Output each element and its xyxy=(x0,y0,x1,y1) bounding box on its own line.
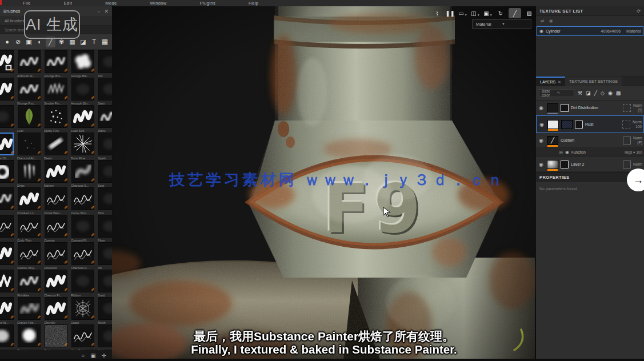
brush-item[interactable]: ✎Vine Curl xyxy=(70,324,97,351)
brush-thumbnail[interactable] xyxy=(98,133,112,155)
brush-item[interactable]: ✎Diamond Ab... xyxy=(16,132,43,159)
brush-item[interactable]: ✎Curve xyxy=(0,187,16,214)
blend-thumb[interactable] xyxy=(623,161,631,169)
add-icon[interactable]: ✛ xyxy=(102,352,106,359)
brush-item[interactable]: ✎Ribbon xyxy=(70,269,97,296)
layer-visibility-icon[interactable]: ◉ xyxy=(538,162,545,167)
brush-item[interactable]: ✎Grunge Brs... xyxy=(43,50,70,77)
brush-thumbnail[interactable] xyxy=(98,50,112,73)
effects-icon[interactable]: ⚒ xyxy=(578,90,582,96)
brush-item[interactable]: ✎Dust xyxy=(0,105,16,132)
channel-filter-dropdown[interactable]: Base color ↰ xyxy=(539,89,574,97)
brush-item[interactable]: ✎Fiber xyxy=(97,214,112,242)
brush-thumbnail[interactable] xyxy=(98,78,112,101)
render-mode-icon[interactable]: ▣▼ xyxy=(483,9,493,18)
effect-blend-opacity[interactable]: Repl ▾ 100 xyxy=(625,150,642,155)
brush-item[interactable]: ✎Airbrush Al... xyxy=(16,50,43,77)
brush-item[interactable]: ✎Selected Br... xyxy=(0,132,16,159)
menu-item-window[interactable]: Window xyxy=(150,1,167,6)
brush-item[interactable]: ✎Smoke Fin... xyxy=(43,77,70,105)
screenshot-icon[interactable]: ▨ xyxy=(525,9,534,18)
material-tool-icon[interactable]: ◪ xyxy=(78,36,88,47)
eraser-tool-icon[interactable]: ⊘ xyxy=(13,36,23,47)
brush-item[interactable]: ✎Dirt xyxy=(97,50,112,77)
visibility-icon[interactable]: ◉ xyxy=(549,18,553,23)
brush-item[interactable]: ✎Beam xyxy=(43,132,70,159)
menu-item-edit[interactable]: Edit xyxy=(64,1,73,6)
brush-item[interactable]: ✎Basic xyxy=(0,50,16,77)
brush-item[interactable]: ✎Gauze xyxy=(16,324,43,351)
close-icon[interactable]: ✕ xyxy=(104,9,109,14)
brush-item[interactable]: ✎Wrinkles xyxy=(16,269,43,296)
rotate-icon[interactable]: ↻ xyxy=(496,9,505,18)
viewport-3d[interactable]: F9 F9 F9 xyxy=(112,6,536,361)
tab-layers[interactable]: LAYERS✕ xyxy=(536,77,565,86)
settings-icon[interactable]: ◦ xyxy=(98,9,99,14)
brush-item[interactable]: ✎Chenille xyxy=(43,296,70,324)
brush-item[interactable]: ✎Burst Fine xyxy=(70,132,97,159)
link-icon[interactable]: ⇄ xyxy=(541,18,545,23)
brush-item[interactable]: ✎Leaf xyxy=(16,105,43,132)
brush-item[interactable]: ✎Textured W... xyxy=(0,296,16,324)
undo-icon[interactable]: ↰ xyxy=(557,91,571,95)
brush-item[interactable]: ✎Wool xyxy=(0,242,16,269)
brush-item[interactable]: ✎Crossed Fl... xyxy=(70,214,97,242)
menu-item-mode[interactable]: Mode xyxy=(105,1,117,6)
brush-item[interactable]: ✎Quill xyxy=(0,214,16,242)
brush-item[interactable]: ✎Zigzag xyxy=(0,269,16,296)
brush-item[interactable]: ✎Cursive xyxy=(43,214,70,242)
brush-item[interactable]: ✎Chevron Fl... xyxy=(43,269,70,296)
brush-item[interactable]: ✎Knot xyxy=(97,324,112,351)
text-tool-icon[interactable]: T xyxy=(89,36,99,47)
camera-mode-icon[interactable]: ◫▼ xyxy=(471,9,480,18)
brush-item[interactable]: ✎Braid xyxy=(97,269,112,296)
brush-item[interactable]: ✎Soot xyxy=(97,159,112,187)
layer-thumbnail[interactable]: ╱ xyxy=(547,136,558,145)
brush-item[interactable]: ✎Curly Thin xyxy=(16,214,43,242)
brush-item[interactable]: ✎Chalk xyxy=(0,324,16,351)
brush-item[interactable]: ✎Thin xyxy=(97,187,112,214)
layer-row[interactable]: ◉╱CustomNorm(P) xyxy=(536,133,644,148)
menu-item-file[interactable]: File xyxy=(23,1,31,6)
brush-thumbnail[interactable] xyxy=(98,324,112,347)
layer-row[interactable]: ◉Layer 2Norm xyxy=(536,157,644,172)
brush-thumbnail[interactable] xyxy=(98,160,112,183)
brush-item[interactable]: ✎Crook Basi... xyxy=(43,187,70,214)
circle-view-icon[interactable]: ○ xyxy=(81,352,85,359)
brush-item[interactable]: ✎Marker xyxy=(43,159,70,187)
layer-thumbnail[interactable] xyxy=(547,160,558,169)
brush-item[interactable]: ✎Crooked Ln... xyxy=(16,187,43,214)
layer-thumbnail[interactable] xyxy=(547,103,558,113)
blend-thumb[interactable] xyxy=(623,137,631,145)
layer-visibility-icon[interactable]: ◉ xyxy=(538,105,545,111)
layer-mask-icon[interactable] xyxy=(561,161,569,169)
layer-thumbnail[interactable] xyxy=(547,120,559,129)
brush-item[interactable]: ✎Spark xyxy=(97,132,112,159)
refresh-icon[interactable]: ⟳ xyxy=(637,9,641,14)
fill-layer-icon[interactable]: ▩ xyxy=(616,90,621,96)
brush-thumbnail[interactable] xyxy=(98,297,112,320)
effect-icon[interactable]: ◎ xyxy=(559,150,563,155)
layer-row[interactable]: ◉RustNorm100 xyxy=(536,115,644,133)
effect-icon[interactable]: ◉ xyxy=(565,150,569,155)
blend-thumb[interactable] xyxy=(623,104,631,112)
menu-item-plugins[interactable]: Plugins xyxy=(200,1,215,6)
brush-item[interactable]: ✎Amorph Stn... xyxy=(70,77,97,105)
brush-thumbnail[interactable] xyxy=(98,105,112,128)
folder-icon[interactable]: ◪ xyxy=(586,90,591,96)
brush-item[interactable]: ✎Soft xyxy=(0,77,16,105)
menu-item-help[interactable]: Help xyxy=(249,1,258,6)
shader-dropdown[interactable]: Material ▼ xyxy=(472,19,531,29)
brush-thumbnail[interactable] xyxy=(98,242,112,265)
pause-engine-icon[interactable]: ❚❚ xyxy=(445,9,455,18)
paint-layer-icon[interactable]: ╱ xyxy=(594,90,597,96)
brush-item[interactable]: ✎Coarse Wvy... xyxy=(16,242,43,269)
brush-thumbnail[interactable] xyxy=(98,215,112,238)
display-mode-icon[interactable]: ▭▼ xyxy=(458,9,467,18)
close-tab-icon[interactable]: ✕ xyxy=(558,80,561,85)
smart-material-icon[interactable]: ◇ xyxy=(601,90,605,96)
brush-item[interactable]: ✎Mesh xyxy=(97,296,112,324)
layer-mask-icon[interactable] xyxy=(575,121,583,129)
brush-thumbnail[interactable] xyxy=(98,187,112,210)
tab-texture-set-settings[interactable]: TEXTURE SET SETTINGS xyxy=(565,77,622,86)
